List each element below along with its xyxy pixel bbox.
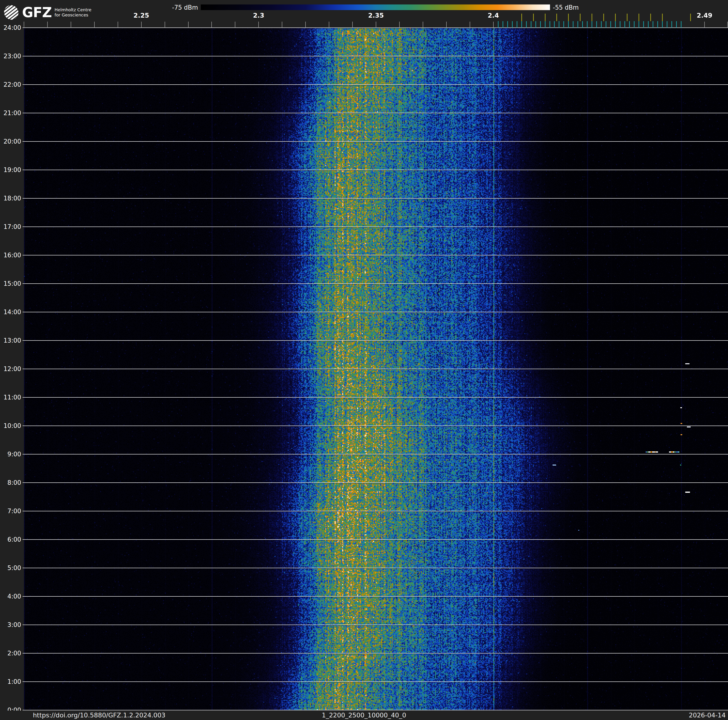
time-gridline — [23, 596, 728, 597]
freq-tick — [141, 21, 142, 28]
wifi-channel-tick — [556, 14, 557, 21]
time-label: 8:00 — [0, 479, 21, 486]
ble-channel-tick — [573, 21, 574, 28]
ble-channel-tick — [639, 21, 639, 28]
wifi-channel-tick — [568, 14, 569, 21]
ble-channel-tick — [653, 21, 653, 28]
freq-tick — [71, 21, 71, 28]
time-label: 11:00 — [0, 394, 21, 401]
time-label: 3:00 — [0, 621, 21, 628]
freq-tick — [329, 21, 329, 28]
signal-blip-segment — [656, 451, 658, 453]
time-label: 16:00 — [0, 252, 21, 259]
ble-channel-tick — [559, 21, 560, 28]
time-gridline — [23, 653, 728, 654]
wifi-channel-tick — [592, 14, 592, 21]
time-gridline — [23, 113, 728, 113]
freq-tick — [493, 21, 494, 28]
ble-channel-tick — [578, 21, 578, 28]
wifi-channel-tick — [650, 14, 651, 21]
time-label: 22:00 — [0, 81, 21, 88]
ble-channel-tick — [592, 21, 592, 28]
signal-blip-segment — [671, 451, 673, 453]
signal-blip-segment — [648, 451, 650, 453]
ble-channel-tick — [531, 21, 531, 28]
time-label: 13:00 — [0, 337, 21, 344]
time-gridline — [23, 283, 728, 284]
ble-channel-tick — [563, 21, 564, 28]
ble-channel-tick — [526, 21, 527, 28]
ble-channel-tick — [522, 21, 522, 28]
time-gridline — [23, 511, 728, 511]
colorbar-min-label: -75 dBm — [0, 4, 198, 11]
ble-channel-tick — [629, 21, 630, 28]
freq-tick — [423, 21, 423, 28]
freq-tick — [24, 21, 24, 28]
time-label: 1:00 — [0, 678, 21, 685]
ble-channel-tick — [601, 21, 602, 28]
wifi-channel-tick — [533, 14, 534, 21]
ble-channel-tick — [503, 21, 503, 28]
ble-channel-tick — [667, 21, 667, 28]
freq-tick — [94, 21, 95, 28]
ble-channel-tick — [587, 21, 587, 28]
time-label: 18:00 — [0, 195, 21, 202]
wifi-channel-tick — [690, 14, 691, 21]
ble-channel-tick — [549, 21, 550, 28]
signal-blip — [681, 423, 682, 424]
ble-channel-tick — [615, 21, 616, 28]
freq-tick — [211, 21, 212, 28]
freq-tick — [165, 21, 165, 28]
signal-blip-segment — [674, 451, 676, 453]
time-gridline — [23, 369, 728, 369]
time-gridline — [23, 710, 728, 710]
time-gridline — [23, 170, 728, 170]
wifi-channel-tick — [639, 14, 639, 21]
signal-blip — [645, 451, 658, 453]
signal-blip — [681, 434, 682, 435]
footer-date: 2026-04-14 — [689, 711, 726, 720]
freq-tick — [258, 21, 259, 28]
time-gridline — [23, 312, 728, 312]
time-label: 6:00 — [0, 536, 21, 543]
signal-blip — [685, 492, 690, 493]
freq-tick — [704, 21, 705, 28]
wifi-channel-tick — [627, 14, 627, 21]
time-label: 5:00 — [0, 564, 21, 571]
freq-tick — [118, 21, 118, 28]
time-gridline — [23, 539, 728, 540]
freq-tick-label: 2.49 — [690, 12, 719, 19]
time-label: 20:00 — [0, 138, 21, 145]
time-label: 10:00 — [0, 422, 21, 429]
time-gridline — [23, 625, 728, 625]
time-gridline — [23, 483, 728, 483]
time-gridline — [23, 426, 728, 426]
time-label: 19:00 — [0, 166, 21, 173]
freq-tick — [47, 21, 48, 28]
signal-blip-segment — [676, 451, 678, 453]
ble-channel-tick — [507, 21, 508, 28]
ble-channel-tick — [610, 21, 611, 28]
spectrogram-page: { "header": { "brand": "GFZ", "subtitle_… — [0, 0, 728, 720]
footer-doi: https://doi.org/10.5880/GFZ.1.2.2024.003 — [33, 711, 165, 720]
ble-channel-tick — [517, 21, 517, 28]
wifi-channel-tick — [522, 14, 522, 21]
ble-channel-tick — [620, 21, 621, 28]
time-label: 17:00 — [0, 223, 21, 230]
ble-channel-tick — [676, 21, 677, 28]
wifi-channel-tick — [615, 14, 616, 21]
freq-tick-label: 2.3 — [245, 12, 273, 19]
time-gridline — [23, 454, 728, 455]
freq-tick — [376, 21, 376, 28]
freq-tick — [352, 21, 353, 28]
ble-channel-tick — [657, 21, 658, 28]
freq-tick-label: 2.25 — [127, 12, 156, 19]
ble-channel-tick — [568, 21, 569, 28]
ble-channel-tick — [634, 21, 635, 28]
ble-channel-tick — [498, 21, 499, 28]
time-label: 23:00 — [0, 53, 21, 60]
footer: 1_2200_2500_10000_40_0 https://doi.org/1… — [0, 711, 728, 720]
wifi-channel-tick — [545, 14, 546, 21]
ble-channel-tick — [540, 21, 541, 28]
ble-channel-tick — [624, 21, 625, 28]
